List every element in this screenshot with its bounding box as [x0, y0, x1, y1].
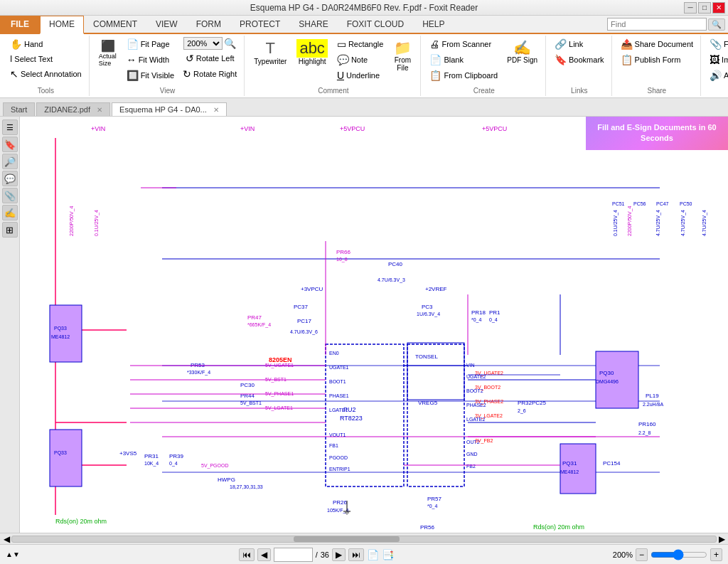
- from-file-icon: 📁: [394, 39, 412, 56]
- svg-text:VREG5: VREG5: [418, 400, 438, 406]
- scroll-left-button[interactable]: ◀: [1, 534, 11, 544]
- svg-text:+5VPCU: +5VPCU: [340, 125, 365, 132]
- search-input[interactable]: [607, 18, 707, 31]
- total-pages: 36: [321, 550, 329, 559]
- svg-text:ME4812: ME4812: [560, 469, 579, 474]
- sidebar-nav-icon[interactable]: ☰: [2, 119, 18, 135]
- horizontal-scrollbar[interactable]: ◀ ▶: [0, 533, 728, 544]
- sidebar-search-icon[interactable]: 🔎: [2, 154, 18, 169]
- highlight-button[interactable]: abc Highlight: [293, 37, 331, 68]
- tab-foxit-cloud[interactable]: FOXIT CLOUD: [338, 16, 413, 33]
- close-button[interactable]: ✕: [712, 2, 725, 14]
- svg-text:PR1: PR1: [489, 309, 500, 316]
- bookmark-button[interactable]: 🔖 Bookmark: [552, 53, 607, 67]
- tab-help[interactable]: HELP: [413, 16, 454, 33]
- zoom-out-button[interactable]: −: [636, 548, 648, 561]
- from-clipboard-button[interactable]: 📋 From Clipboard: [427, 68, 500, 83]
- status-left: ▲▼: [6, 550, 20, 558]
- title-bar: Esquema HP G4 - DA0R24MB6F0 Rev. F.pdf -…: [0, 0, 728, 16]
- zoom-slider[interactable]: [651, 549, 707, 560]
- file-attachment-button[interactable]: 📎 File Attachment: [707, 37, 728, 51]
- from-file-button[interactable]: 📁 From File: [389, 37, 416, 74]
- current-page-input[interactable]: 29: [274, 548, 313, 562]
- publish-form-icon: 📋: [621, 54, 633, 65]
- publish-form-button[interactable]: 📋 Publish Form: [618, 53, 697, 67]
- fit-width-button[interactable]: ↔ Fit Width: [124, 53, 177, 67]
- tab-view[interactable]: VIEW: [146, 16, 187, 33]
- share-document-button[interactable]: 📤 Share Document: [618, 37, 697, 51]
- sidebar-bookmark-icon[interactable]: 🔖: [2, 137, 18, 152]
- hand-tool-button[interactable]: ✋ Hand: [7, 37, 85, 51]
- rotate-right-button[interactable]: ↻ Rotate Right: [180, 67, 240, 81]
- actual-size-button[interactable]: ⬛ Actual Size: [95, 37, 121, 69]
- close-tab-esquema[interactable]: ✕: [213, 106, 219, 114]
- svg-rect-0: [20, 117, 728, 533]
- fill-sign-notice: Fill and E-Sign Documents in 60 Seconds: [586, 117, 728, 150]
- svg-text:3V_FB2: 3V_FB2: [475, 438, 493, 444]
- links-buttons: 🔗 Link 🔖 Bookmark: [552, 37, 607, 85]
- rectangle-button[interactable]: ▭ Rectangle: [334, 37, 387, 51]
- minimize-button[interactable]: ─: [684, 2, 697, 14]
- sidebar-attach-icon[interactable]: 📎: [2, 188, 18, 203]
- svg-text:PHASE1: PHASE1: [329, 393, 349, 398]
- svg-text:+3VS5: +3VS5: [119, 450, 137, 457]
- scroll-track[interactable]: [11, 536, 717, 543]
- tab-protect[interactable]: PROTECT: [230, 16, 289, 33]
- share-group: 📤 Share Document 📋 Publish Form Share: [614, 36, 702, 96]
- svg-text:PR39: PR39: [169, 453, 184, 459]
- rectangle-icon: ▭: [337, 38, 346, 50]
- underline-button[interactable]: U Underline: [334, 68, 387, 83]
- select-text-button[interactable]: I Select Text: [7, 53, 85, 65]
- select-annotation-button[interactable]: ↖ Select Annotation: [7, 67, 85, 81]
- zoom-select[interactable]: 200% 150% 100% 75%: [183, 37, 223, 50]
- typewriter-icon: T: [266, 39, 275, 58]
- tab-comment[interactable]: COMMENT: [84, 16, 146, 33]
- svg-text:PC47: PC47: [656, 201, 669, 206]
- svg-text:UGATE1: UGATE1: [329, 365, 349, 370]
- zoom-in-button[interactable]: +: [710, 548, 722, 561]
- note-icon: 💬: [337, 54, 349, 65]
- close-tab-zidane[interactable]: ✕: [97, 106, 102, 114]
- zoom-expand-icon[interactable]: 🔍: [224, 38, 236, 49]
- svg-rect-23: [50, 305, 82, 362]
- tab-esquema[interactable]: Esquema HP G4 - DA0... ✕: [112, 102, 227, 116]
- blank-button[interactable]: 📄 Blank: [427, 53, 500, 67]
- fit-visible-icon: 🔲: [127, 70, 139, 81]
- link-button[interactable]: 🔗 Link: [552, 37, 607, 51]
- scroll-thumb[interactable]: [294, 536, 400, 542]
- svg-text:DMG4496: DMG4496: [596, 379, 619, 384]
- fit-page-button[interactable]: 📄 Fit Page: [124, 37, 177, 51]
- next-page-button[interactable]: ▶: [332, 548, 346, 561]
- tab-share[interactable]: SHARE: [289, 16, 337, 33]
- scroll-right-button[interactable]: ▶: [717, 534, 727, 544]
- pdf-sign-button[interactable]: ✍ PDF Sign: [503, 37, 541, 66]
- note-button[interactable]: 💬 Note: [334, 53, 387, 67]
- fit-visible-button[interactable]: 🔲 Fit Visible: [124, 68, 177, 83]
- sidebar-comment-icon[interactable]: 💬: [2, 171, 18, 186]
- insert-buttons: 📎 File Attachment 🖼 Image Annotation 🔊 A…: [707, 37, 728, 85]
- tab-file[interactable]: FILE: [0, 16, 40, 33]
- sidebar-sign-icon[interactable]: ✍: [2, 205, 18, 220]
- sidebar-layers-icon[interactable]: ⊞: [2, 222, 18, 238]
- from-scanner-button[interactable]: 🖨 From Scanner: [427, 37, 500, 51]
- maximize-button[interactable]: □: [698, 2, 711, 14]
- audio-video-button[interactable]: 🔊 Audio & Video: [707, 68, 728, 83]
- svg-text:PL19: PL19: [646, 393, 659, 399]
- tab-start[interactable]: Start: [3, 102, 35, 116]
- svg-text:0_4: 0_4: [489, 317, 498, 323]
- typewriter-button[interactable]: T Typewriter: [250, 37, 290, 68]
- image-annotation-button[interactable]: 🖼 Image Annotation: [707, 53, 728, 67]
- canvas-area[interactable]: Fill and E-Sign Documents in 60 Seconds …: [20, 117, 728, 533]
- share-buttons: 📤 Share Document 📋 Publish Form: [618, 37, 697, 85]
- rotate-left-button[interactable]: ↺ Rotate Left: [183, 51, 237, 65]
- view-buttons: ⬛ Actual Size 📄 Fit Page ↔ Fit Width 🔲 F…: [95, 37, 240, 85]
- svg-text:2200P/50V_4: 2200P/50V_4: [627, 206, 633, 236]
- tab-form[interactable]: FORM: [187, 16, 230, 33]
- prev-page-button[interactable]: ◀: [257, 548, 271, 561]
- svg-text:PC154: PC154: [603, 460, 621, 467]
- last-page-button[interactable]: ⏭: [348, 548, 364, 561]
- tab-home[interactable]: HOME: [40, 16, 84, 34]
- search-button[interactable]: 🔍: [708, 18, 725, 31]
- tab-zidane[interactable]: ZIDANE2.pdf ✕: [36, 102, 110, 116]
- first-page-button[interactable]: ⏮: [239, 548, 255, 561]
